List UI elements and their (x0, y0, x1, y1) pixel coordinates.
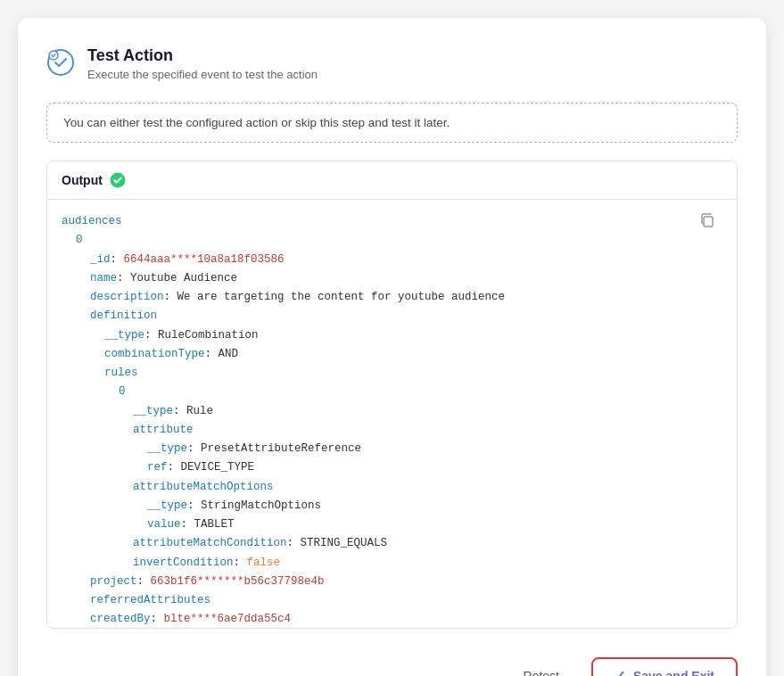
code-value: 6644aaa****10a8a18f03586 (124, 253, 285, 266)
save-exit-checkmark: ✓ (615, 668, 626, 676)
code-value: DEVICE_TYPE (181, 461, 255, 474)
code-value: TABLET (194, 518, 235, 531)
code-key: _id (90, 253, 111, 266)
info-banner-text: You can either test the configured actio… (63, 116, 450, 129)
code-line: __type: StringMatchOptions (62, 497, 701, 515)
code-line: name: Youtube Audience (62, 269, 701, 288)
code-line: value: TABLET (62, 515, 701, 534)
code-line: createdBy: blte****6ae7dda55c4 (62, 610, 701, 628)
code-line: __type: PresetAttributeReference (62, 440, 701, 458)
page-title: Test Action (87, 46, 318, 65)
code-value: Rule (186, 405, 213, 417)
code-line: definition (62, 307, 701, 326)
code-key: combinationType (104, 348, 205, 360)
code-key: value (147, 518, 181, 531)
code-key: __type (104, 329, 144, 342)
code-value: PresetAttributeReference (201, 442, 361, 455)
code-value: 663b1f6*******b56c37798e4b (151, 575, 325, 588)
code-value: false (247, 556, 281, 569)
output-header: Output (47, 161, 737, 200)
code-key: name (90, 272, 117, 284)
code-key: rules (104, 367, 138, 379)
code-line: project: 663b1f6*******b56c37798e4b (62, 573, 701, 591)
code-value: Youtube Audience (130, 272, 237, 284)
code-line: attribute (62, 421, 701, 440)
page-header: Test Action Execute the specified event … (46, 46, 738, 81)
code-key: invertCondition (133, 556, 234, 569)
code-line: combinationType: AND (62, 345, 701, 364)
code-key: definition (90, 309, 157, 322)
code-value: RuleCombination (158, 329, 259, 342)
code-key: project (90, 575, 137, 588)
code-key: createdBy (90, 613, 151, 625)
copy-button[interactable] (696, 209, 719, 235)
page-subtitle: Execute the specified event to test the … (87, 68, 318, 81)
header-text-block: Test Action Execute the specified event … (87, 46, 318, 81)
code-line: 0 (62, 231, 701, 250)
svg-rect-3 (704, 217, 713, 227)
code-line: audiences (62, 212, 701, 231)
code-line: attributeMatchOptions (62, 478, 701, 497)
code-line: ref: DEVICE_TYPE (62, 458, 701, 477)
code-line: referredAttributes (62, 591, 701, 610)
code-value: AND (219, 348, 239, 360)
code-line: __type: Rule (62, 402, 701, 421)
code-output[interactable]: audiences0_id: 6644aaa****10a8a18f03586n… (47, 200, 737, 628)
code-key: description (90, 291, 164, 303)
code-line: _id: 6644aaa****10a8a18f03586 (62, 251, 701, 269)
code-key: __type (147, 499, 187, 512)
code-key: 0 (119, 385, 126, 398)
code-key: attributeMatchOptions (133, 481, 274, 493)
main-container: Test Action Execute the specified event … (18, 18, 766, 676)
code-key: attribute (133, 424, 194, 436)
code-value: We are targeting the content for youtube… (177, 291, 506, 303)
code-line: attributeMatchCondition: STRING_EQUALS (62, 534, 701, 553)
code-line: description: We are targeting the conten… (62, 288, 701, 307)
code-key: ref (147, 461, 168, 474)
info-banner: You can either test the configured actio… (46, 103, 738, 143)
code-value: STRING_EQUALS (301, 537, 388, 549)
code-key: attributeMatchCondition (133, 537, 287, 549)
output-label: Output (62, 173, 103, 187)
output-check-icon (110, 172, 126, 188)
code-line: rules (62, 364, 701, 383)
code-key: audiences (62, 215, 122, 227)
output-section: Output audiences0_id: 6644aaa****10a8a18… (46, 161, 738, 629)
code-key: __type (133, 405, 173, 417)
code-value: StringMatchOptions (201, 499, 321, 512)
footer-actions: Retest ✓ Save and Exit (46, 647, 738, 676)
code-area: audiences0_id: 6644aaa****10a8a18f03586n… (47, 200, 737, 628)
save-exit-label: Save and Exit (633, 669, 714, 676)
code-key: 0 (76, 234, 83, 246)
save-exit-button[interactable]: ✓ Save and Exit (591, 657, 738, 676)
code-key: __type (147, 442, 187, 455)
code-key: referredAttributes (90, 594, 210, 606)
code-line: invertCondition: false (62, 554, 701, 573)
test-action-icon (46, 48, 75, 77)
code-line: 0 (62, 383, 701, 401)
code-line: __type: RuleCombination (62, 326, 701, 345)
retest-button[interactable]: Retest (505, 660, 576, 676)
code-value: blte****6ae7dda55c4 (164, 613, 292, 625)
